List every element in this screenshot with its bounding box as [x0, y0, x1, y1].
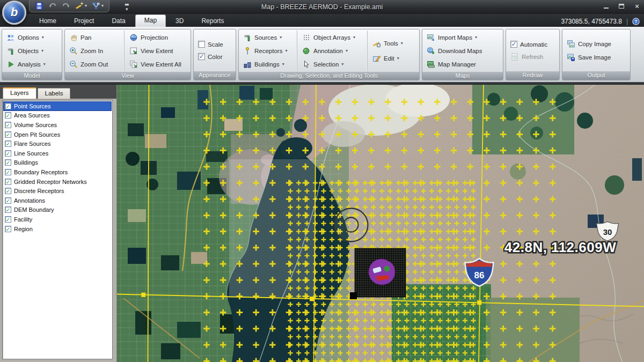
tools-button[interactable]: Tools▾ [370, 36, 406, 50]
concentration-contour [369, 259, 395, 285]
i86-number: 86 [474, 270, 485, 280]
layer-item-flare-sources[interactable]: ✓Flare Sources [3, 139, 112, 149]
checkbox-checked-icon[interactable]: ✓ [5, 159, 11, 166]
zoom-in-button[interactable]: Zoom In [67, 44, 122, 57]
analysis-button[interactable]: Analysis▾ [4, 57, 48, 71]
undo-button[interactable] [48, 2, 57, 10]
application-menu-button[interactable]: b [2, 1, 26, 25]
checkbox-checked-icon[interactable]: ✓ [5, 150, 11, 157]
tab-home[interactable]: Home [31, 16, 64, 27]
layer-item-volume-sources[interactable]: ✓Volume Sources [3, 120, 112, 130]
view-extent-all-button[interactable]: View Extent All [127, 57, 184, 71]
copy-image-button[interactable]: Copy Image [564, 38, 614, 50]
source-marker [384, 266, 390, 272]
buildings-icon [243, 60, 252, 69]
layer-item-region[interactable]: ✓Region [3, 224, 112, 234]
layer-item-area-sources[interactable]: ✓Area Sources [3, 111, 112, 121]
layer-item-open-pit-sources[interactable]: ✓Open Pit Sources [3, 130, 112, 139]
annotation-icon [302, 47, 311, 55]
layers-list: ✓Point Sources ✓Area Sources ✓Volume Sou… [2, 100, 113, 359]
map-canvas[interactable]: 86 30 42.8N, 112.609W [117, 85, 644, 362]
layer-item-facility[interactable]: ✓Facility [3, 215, 112, 224]
view-extent-button[interactable]: View Extent [127, 44, 184, 57]
facility-receptor-grid[interactable] [350, 248, 406, 299]
customize-quick-access-button[interactable]: ▬▾ [125, 2, 129, 12]
grid-corner-handle[interactable] [350, 292, 357, 299]
minimize-button[interactable] [602, 2, 610, 10]
redo-button[interactable] [62, 2, 70, 10]
title-bar: b ▾ ▾ ▬▾ Map - BREEZE AERMOD - Example.a… [0, 0, 644, 14]
maximize-button[interactable] [618, 2, 625, 10]
save-image-button[interactable]: Save Image [564, 51, 614, 63]
save-image-icon [567, 53, 575, 62]
options-button[interactable]: Options▾ [4, 31, 48, 44]
selection-button[interactable]: Selection▾ [299, 57, 365, 71]
checkbox-checked-icon[interactable]: ✓ [5, 197, 11, 204]
object-arrays-button[interactable]: Object Arrays▾ [299, 31, 365, 44]
ribbon-group-view: Pan Zoom In Zoom Out Projection View Ext… [64, 29, 191, 80]
zoom-out-button[interactable]: Zoom Out [67, 57, 122, 71]
layer-item-gridded-receptor-networks[interactable]: ✓Gridded Receptor Networks [3, 177, 112, 187]
checkbox-checked-icon[interactable]: ✓ [5, 131, 11, 138]
range-rings-marker[interactable] [335, 209, 368, 242]
checkbox-checked-icon[interactable]: ✓ [5, 188, 11, 194]
map-viewport[interactable]: 86 30 42.8N, 112.609W [117, 85, 644, 362]
objects-icon [6, 47, 15, 55]
layer-item-buildings[interactable]: ✓Buildings [3, 158, 112, 168]
scale-checkbox[interactable]: Scale [195, 39, 226, 50]
ribbon-group-model: Options▾ Objects▾ Analysis▾ Model [2, 29, 62, 80]
layer-item-annotations[interactable]: ✓Annotations [3, 196, 112, 205]
vertex-handle[interactable] [141, 293, 146, 298]
panel-tab-labels[interactable]: Labels [38, 88, 71, 99]
ribbon-group-appearance: Scale ✓Color Appearance [193, 29, 236, 80]
tab-project[interactable]: Project [66, 16, 102, 27]
color-checkbox[interactable]: ✓Color [195, 51, 226, 62]
import-maps-button[interactable]: Import Maps▾ [424, 31, 485, 44]
checkbox-checked-icon[interactable]: ✓ [5, 226, 11, 232]
coordinate-label: 42.8N, 112.609W [504, 239, 616, 255]
diagram-tool-button[interactable]: ▾ [92, 2, 104, 10]
window-controls: × [602, 2, 641, 10]
pan-button[interactable]: Pan [67, 31, 122, 44]
tab-3d[interactable]: 3D [167, 16, 192, 27]
checkbox-checked-icon[interactable]: ✓ [5, 112, 11, 119]
checkbox-checked-icon[interactable]: ✓ [5, 206, 11, 213]
layer-item-dem-boundary[interactable]: ✓DEM Boundary [3, 205, 112, 215]
layer-item-boundary-receptors[interactable]: ✓Boundary Receptors [3, 167, 112, 177]
vertex-handle[interactable] [310, 297, 314, 301]
options-icon [6, 33, 15, 42]
layers-panel: Layers Labels ✓Point Sources ✓Area Sourc… [0, 85, 117, 362]
annotation-button[interactable]: Annotation▾ [299, 44, 365, 57]
receptors-button[interactable]: Receptors▾ [240, 44, 295, 57]
automatic-checkbox[interactable]: ✓Automatic [508, 39, 550, 50]
save-button[interactable] [35, 2, 43, 10]
help-icon[interactable] [632, 18, 640, 25]
projection-button[interactable]: Projection [127, 31, 184, 44]
layer-item-point-sources[interactable]: ✓Point Sources [3, 101, 112, 111]
tab-reports[interactable]: Reports [193, 16, 232, 27]
close-button[interactable]: × [633, 2, 641, 10]
checkbox-checked-icon[interactable]: ✓ [5, 216, 11, 223]
layer-item-line-sources[interactable]: ✓Line Sources [3, 149, 112, 158]
map-manager-button[interactable]: Map Manager [424, 57, 485, 71]
checkbox-checked-icon[interactable]: ✓ [5, 141, 11, 147]
view-extent-icon [129, 47, 138, 55]
sources-icon [243, 33, 252, 42]
tab-map[interactable]: Map [135, 14, 166, 27]
buildings-button[interactable]: Buildings▾ [240, 57, 295, 71]
checkbox-checked-icon[interactable]: ✓ [5, 103, 11, 109]
checkbox-checked-icon[interactable]: ✓ [5, 169, 11, 175]
zoom-in-icon [69, 47, 78, 55]
edit-button[interactable]: Edit▾ [370, 51, 406, 65]
copy-image-icon [567, 40, 575, 48]
panel-tab-layers[interactable]: Layers [3, 87, 36, 99]
download-maps-button[interactable]: Download Maps [424, 44, 485, 57]
checkbox-checked-icon[interactable]: ✓ [5, 179, 11, 185]
tab-data[interactable]: Data [104, 16, 133, 27]
group-caption-redraw: Redraw [506, 71, 559, 80]
sources-button[interactable]: Sources▾ [240, 31, 295, 44]
checkbox-checked-icon[interactable]: ✓ [5, 122, 11, 128]
wand-tool-button[interactable]: ▾ [75, 2, 87, 10]
objects-button[interactable]: Objects▾ [4, 44, 48, 57]
layer-item-discrete-receptors[interactable]: ✓Discrete Receptors [3, 186, 112, 196]
